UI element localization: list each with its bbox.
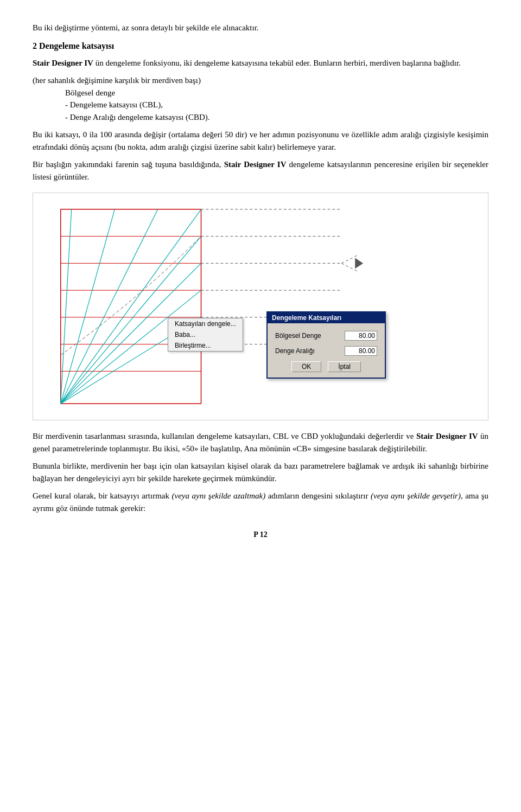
page-number: P 12 — [33, 530, 488, 539]
para5: Bir merdivenin tasarlanması sırasında, k… — [33, 430, 488, 455]
section-title: 2 Dengeleme katsayısı — [33, 40, 488, 53]
dialog-titlebar: Dengeleme Katsayıları — [268, 312, 385, 323]
dialog-ok-button[interactable]: OK — [291, 361, 321, 372]
para3: Bu iki katsayı, 0 ila 100 arasında değiş… — [33, 129, 488, 153]
para6: Bununla birlikte, merdivenin her başı iç… — [33, 460, 488, 484]
dialog-cancel-button[interactable]: İptal — [328, 361, 361, 372]
para4: Bir başlığın yakınındaki farenin sağ tuş… — [33, 158, 488, 183]
dialog-input-bolgesel[interactable] — [345, 331, 377, 341]
dialog-body: Bölgesel Denge Denge Aralığı OK İptal — [268, 323, 385, 378]
dialog-input-denge[interactable] — [345, 346, 377, 356]
dialog-label-bolgesel: Bölgesel Denge — [275, 332, 321, 340]
context-menu-item-baba[interactable]: Baba... — [168, 329, 243, 340]
context-menu: Katsayıları dengele... Baba... Birleştir… — [168, 318, 243, 351]
stair-diagram-svg — [33, 193, 488, 420]
dialog-row-denge: Denge Aralığı — [275, 346, 377, 356]
svg-rect-0 — [39, 193, 482, 420]
para1: Stair Designer IV ün dengeleme fonksiyon… — [33, 57, 488, 69]
dialog-row-bolgesel: Bölgesel Denge — [275, 331, 377, 341]
dialog-box: Dengeleme Katsayıları Bölgesel Denge Den… — [266, 311, 386, 379]
context-menu-item-katsayilari[interactable]: Katsayıları dengele... — [168, 318, 243, 329]
context-menu-item-birlestirme[interactable]: Birleştirme... — [168, 340, 243, 351]
diagram-container: Katsayıları dengele... Baba... Birleştir… — [33, 193, 488, 420]
dialog-label-denge: Denge Aralığı — [275, 347, 315, 355]
para7: Genel kural olarak, bir katsayıyı artırm… — [33, 490, 488, 514]
dialog-buttons: OK İptal — [275, 361, 377, 372]
para2: (her sahanlık değişimine karşılık bir me… — [33, 74, 488, 123]
page-content: Bu iki değiştirme yöntemi, az sonra deta… — [33, 22, 488, 539]
intro-paragraph: Bu iki değiştirme yöntemi, az sonra deta… — [33, 22, 488, 34]
